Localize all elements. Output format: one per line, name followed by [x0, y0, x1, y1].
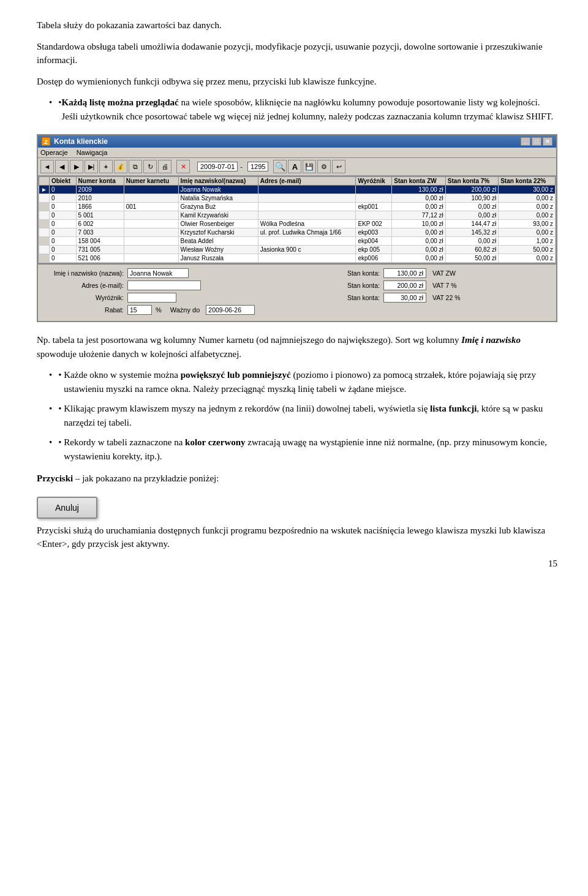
col-imie[interactable]: Imię nazwisko/(nazwa): [178, 177, 258, 186]
imie-input[interactable]: Joanna Nowak: [127, 268, 189, 278]
undo-button[interactable]: ↩: [332, 160, 345, 173]
page-footer: 15: [37, 559, 557, 569]
sort-text-prefix: Sort wg kolumny: [395, 335, 461, 345]
cell-adres: [258, 254, 356, 263]
table-row[interactable]: 0 6 002 Olwier Rosenbeiger Wólka Podleśn…: [39, 220, 556, 228]
col-numer-konta[interactable]: Numer konta: [76, 177, 124, 186]
titlebar-left: Z Konta klienckie: [42, 137, 108, 146]
back-button[interactable]: ◄: [40, 160, 54, 173]
cell-imie: Beata Addel: [178, 237, 258, 246]
table-row[interactable]: 0 1866 001 Grażyna Buż ekp001 0,00 zł 0,…: [39, 203, 556, 211]
close-button[interactable]: ✕: [543, 137, 552, 146]
add-button[interactable]: +: [99, 160, 113, 173]
data-table-container: Obiekt Numer konta Numer karnetu Imię na…: [38, 176, 556, 263]
anuluj-button[interactable]: Anuluj: [37, 497, 97, 519]
rabat-input[interactable]: 15: [127, 305, 152, 315]
next-button[interactable]: ▶|: [85, 160, 98, 173]
table-row[interactable]: 0 731 005 Wiesław Woźny Jasionka 900 c e…: [39, 246, 556, 254]
delete-button[interactable]: ✕: [176, 160, 190, 173]
cell-numer-karnetu: [124, 220, 178, 228]
cell-numer-konta: 2010: [76, 194, 124, 203]
row-indicator: [39, 228, 50, 237]
row-indicator: [39, 220, 50, 228]
table-row[interactable]: 0 5 001 Kamil Krzywański 77,12 zł 0,00 z…: [39, 211, 556, 220]
bullet-4-bold: kolor czerwony: [185, 437, 245, 447]
row-indicator: ►: [39, 186, 50, 194]
bullet-3-bold: lista funkcji: [430, 404, 477, 413]
adres-label: Adres (e-mail):: [44, 282, 124, 289]
col-stan-7[interactable]: Stan konta 7%: [445, 177, 498, 186]
bullet-item-resize: • Każde okno w systemie można powiększyć…: [49, 368, 557, 396]
detail-panel: Imię i nazwisko (nazwa): Joanna Nowak Ad…: [38, 263, 556, 321]
cell-imie: Joanna Nowak: [178, 186, 258, 194]
np-paragraph: Np. tabela ta jest posortowana wg kolumn…: [37, 333, 557, 361]
col-stan-zw[interactable]: Stan konta ZW: [392, 177, 446, 186]
copy-button[interactable]: ⧉: [129, 160, 142, 173]
page-number: 15: [548, 559, 557, 569]
table-row[interactable]: 0 521 006 Janusz Ruszała ekp006 0,00 zł …: [39, 254, 556, 263]
cell-stan-zw: 0,00 zł: [392, 246, 446, 254]
table-row[interactable]: 0 7 003 Krzysztof Kucharski ul. prof. Lu…: [39, 228, 556, 237]
window-title: Konta klienckie: [54, 137, 108, 146]
play-button[interactable]: ▶: [70, 160, 83, 173]
table-row[interactable]: 0 2010 Natalia Szymańska 0,00 zł 100,90 …: [39, 194, 556, 203]
cell-adres: [258, 211, 356, 220]
titlebar-controls[interactable]: _ □ ✕: [521, 137, 552, 146]
cell-obiekt: 0: [49, 194, 76, 203]
cell-obiekt: 0: [49, 220, 76, 228]
number-field[interactable]: 1295: [247, 162, 268, 171]
przyciski-bold: Przyciski: [37, 473, 73, 483]
stan-label-2: Stan konta:: [300, 282, 380, 289]
detail-row-adres: Adres (e-mail):: [44, 280, 294, 290]
cell-stan-zw: 0,00 zł: [392, 228, 446, 237]
imie-label: Imię i nazwisko (nazwa):: [44, 269, 124, 277]
menu-operacje[interactable]: Operacje: [40, 149, 68, 156]
cell-numer-karnetu: [124, 237, 178, 246]
col-obiekt[interactable]: Obiekt: [49, 177, 76, 186]
maximize-button[interactable]: □: [532, 137, 541, 146]
wyroznik-input[interactable]: [127, 293, 176, 303]
cell-wyroznik: ekp006: [356, 254, 392, 263]
money-button[interactable]: 💰: [114, 160, 127, 173]
table-row[interactable]: 0 158 004 Beata Addel ekp004 0,00 zł 0,0…: [39, 237, 556, 246]
print-button[interactable]: 🖨: [158, 160, 172, 173]
font-button[interactable]: A: [288, 160, 301, 173]
settings-button[interactable]: ⚙: [317, 160, 331, 173]
bullet-3-text: Klikając prawym klawiszem myszy na jedny…: [64, 402, 557, 429]
prev-button[interactable]: ◀: [55, 160, 69, 173]
cell-stan-7: 0,00 zł: [445, 237, 498, 246]
detail-row-stan3: Stan konta: 30,00 zł VAT 22 %: [300, 293, 550, 303]
menu-nawigacja[interactable]: Nawigacja: [77, 149, 108, 156]
cell-wyroznik: ekp 005: [356, 246, 392, 254]
sort-text-suffix: spowoduje ułożenie danych w kolejności a…: [37, 349, 241, 359]
cell-wyroznik: [356, 211, 392, 220]
adres-input[interactable]: [127, 280, 201, 290]
cell-imie: Olwier Rosenbeiger: [178, 220, 258, 228]
bullet-1-rest: na wiele sposobów, kliknięcie na nagłówk…: [179, 97, 540, 107]
cell-stan-7: 0,00 zł: [445, 203, 498, 211]
col-numer-karnetu[interactable]: Numer karnetu: [124, 177, 178, 186]
anuluj-container: Anuluj: [37, 497, 557, 519]
minimize-button[interactable]: _: [521, 137, 530, 146]
row-indicator: [39, 194, 50, 203]
cell-wyroznik: EKP 002: [356, 220, 392, 228]
col-stan-22[interactable]: Stan konta 22%: [499, 177, 556, 186]
paragraph-1: Tabela służy do pokazania zawartości baz…: [37, 18, 557, 32]
wazny-input[interactable]: 2009-06-26: [206, 305, 255, 315]
col-adres[interactable]: Adres (e-mail): [258, 177, 356, 186]
save-button[interactable]: 💾: [303, 160, 316, 173]
table-row[interactable]: ► 0 2009 Joanna Nowak 130,00 zł 200,00 z…: [39, 186, 556, 194]
date-field[interactable]: 2009-07-01: [197, 162, 238, 171]
vat-label-3: VAT 22 %: [432, 294, 461, 301]
col-wyroznik[interactable]: Wyróżnik: [356, 177, 392, 186]
cell-imie: Janusz Ruszała: [178, 254, 258, 263]
detail-col-left: Imię i nazwisko (nazwa): Joanna Nowak Ad…: [44, 268, 294, 317]
col-indicator[interactable]: [39, 177, 50, 186]
bullet-item-red: • Rekordy w tabeli zaznaczone na kolor c…: [49, 435, 557, 463]
search-icon[interactable]: 🔍: [273, 160, 287, 173]
cell-numer-konta: 5 001: [76, 211, 124, 220]
row-indicator: [39, 203, 50, 211]
detail-row-stan1: Stan konta: 130,00 zł VAT ZW: [300, 268, 550, 278]
cell-stan-zw: 130,00 zł: [392, 186, 446, 194]
refresh-button[interactable]: ↻: [143, 160, 157, 173]
